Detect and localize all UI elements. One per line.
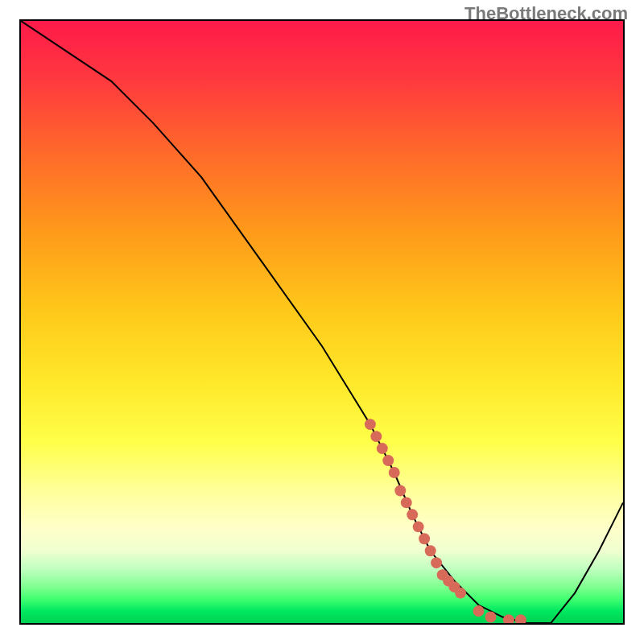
watermark-text: TheBottleneck.com (464, 3, 628, 24)
highlight-dot (503, 614, 514, 623)
highlight-dot (455, 588, 466, 599)
highlight-dot (485, 612, 497, 623)
highlight-dot (407, 509, 418, 520)
highlight-dot (419, 533, 430, 544)
highlight-dot (377, 443, 388, 454)
chart-plot-area (19, 19, 625, 625)
highlight-dot (389, 467, 400, 478)
highlight-dot (413, 521, 424, 532)
highlight-dot (401, 497, 412, 508)
chart-svg (21, 21, 623, 623)
highlight-dot (473, 605, 484, 617)
highlight-dot (431, 557, 442, 568)
bottleneck-curve-line (21, 21, 623, 623)
highlight-dot (515, 614, 526, 623)
highlight-dot (394, 485, 406, 497)
highlight-dot (370, 431, 382, 442)
highlight-dots-group (365, 419, 526, 623)
highlight-dot (365, 419, 376, 430)
highlight-dot (425, 545, 436, 556)
highlight-dot (382, 455, 394, 466)
